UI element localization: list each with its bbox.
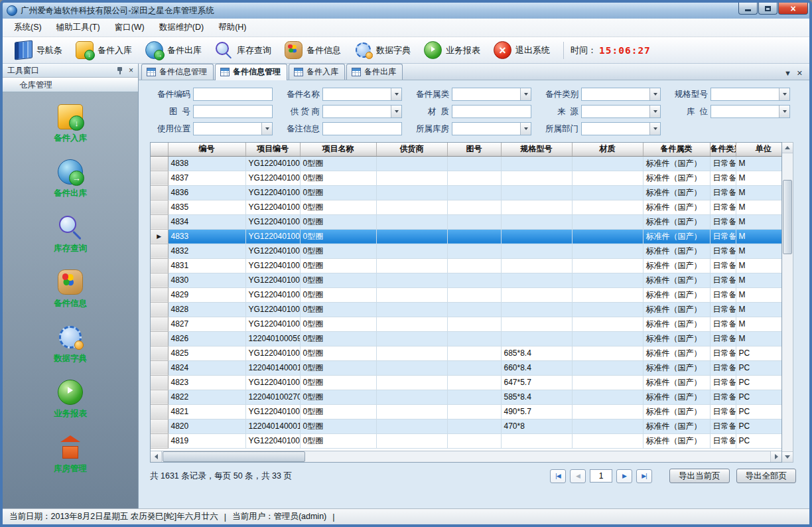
export-all-pages-button[interactable]: 导出全部页 [736,469,797,483]
field-control[interactable] [581,105,661,118]
column-header[interactable]: 项目编号 [245,143,300,156]
table-row[interactable]: 482412204014000120型圈660*8.4标准件（国产）日常备件PC [151,360,782,375]
tab[interactable]: 备件信息管理 [141,64,214,80]
chevron-down-icon[interactable] [391,106,401,117]
chevron-down-icon[interactable] [391,88,401,100]
field-control[interactable] [452,88,531,101]
column-header[interactable]: 材质 [572,143,643,156]
table-row[interactable]: 4834YG122040100890型圈标准件（国产）日常备件M [151,214,782,229]
field-control[interactable] [710,105,790,118]
table-row[interactable]: 4827YG122040100820型圈标准件（国产）日常备件M [151,317,782,331]
table-row[interactable]: 4837YG122040100920型圈标准件（国产）日常备件M [151,171,782,185]
tab[interactable]: 备件信息管理 [215,64,287,80]
sidebar-item[interactable]: 备件入库 [54,104,87,144]
field-control[interactable] [322,88,402,101]
tab[interactable]: 备件入库 [289,64,345,80]
column-header[interactable]: 编号 [168,143,245,156]
column-header[interactable]: 备件类别 [710,143,736,156]
table-row[interactable]: 4832YG122040100870型圈标准件（国产）日常备件M [151,244,782,258]
field-control[interactable] [710,88,790,101]
table-row[interactable]: 4823YG122040100800型圈647*5.7标准件（国产）日常备件PC [151,375,782,390]
table-row[interactable]: 4829YG122040100840型圈标准件（国产）日常备件M [151,287,782,302]
next-page-button[interactable]: ▶ [616,469,632,483]
tab-close-icon[interactable]: ✕ [797,70,803,77]
table-row[interactable]: 4838YG122040100930型圈标准件（国产）日常备件M [151,156,782,171]
minimize-button[interactable] [738,3,758,15]
chevron-down-icon[interactable] [520,88,531,100]
table-row[interactable]: 4831YG122040100860型圈标准件（国产）日常备件M [151,258,782,273]
table-row[interactable]: ▶4833YG122040100880型圈标准件（国产）日常备件M [151,229,782,244]
chevron-down-icon[interactable] [520,123,531,135]
chevron-down-icon[interactable] [649,106,660,117]
column-header[interactable]: 备件属类 [643,143,710,156]
scroll-right-icon[interactable] [770,451,781,462]
pin-icon[interactable] [116,66,123,75]
menu-item[interactable]: 辅助工具(T) [49,19,107,36]
field-control[interactable] [193,122,273,135]
prev-page-button[interactable]: ◀ [570,469,586,483]
toolbar-button[interactable]: 导航条 [8,39,69,62]
field-control[interactable] [581,88,661,101]
chevron-down-icon[interactable] [261,123,272,135]
vertical-scrollbar[interactable] [782,142,793,463]
sidebar-item[interactable]: 库存查询 [54,214,87,254]
column-header[interactable]: 供货商 [376,143,447,156]
sidebar-item[interactable]: 备件信息 [54,269,87,309]
chevron-down-icon[interactable] [779,88,789,100]
toolbar-button[interactable]: 备件入库 [69,39,139,62]
menu-item[interactable]: 帮助(H) [211,19,253,36]
table-row[interactable]: 4835YG122040100900型圈标准件（国产）日常备件M [151,200,782,214]
field-control[interactable] [581,122,661,135]
table-row[interactable]: 4825YG122040100810型圈685*8.4标准件（国产）日常备件PC [151,346,782,360]
sidebar-group-header[interactable]: 仓库管理 [3,78,138,92]
toolbar-button[interactable]: 库存查询 [208,39,278,62]
table-row[interactable]: 4836YG122040100910型圈标准件（国产）日常备件M [151,185,782,200]
toolbar-button[interactable]: 备件出库 [139,39,208,62]
chevron-down-icon[interactable] [649,88,660,100]
horizontal-scrollbar[interactable] [151,451,781,462]
column-header[interactable]: 单位 [736,143,782,156]
menu-item[interactable]: 窗口(W) [107,19,152,36]
table-row[interactable]: 4830YG122040100850型圈标准件（国产）日常备件M [151,273,782,287]
sidebar-item[interactable]: 库房管理 [54,435,87,475]
field-control[interactable] [322,105,402,118]
chevron-down-icon[interactable] [649,123,660,135]
first-page-button[interactable]: |◀ [550,469,566,483]
sidebar-item[interactable]: 业务报表 [54,380,87,419]
horizontal-scroll-thumb[interactable] [163,451,305,462]
page-number-input[interactable] [590,469,612,483]
field-control[interactable] [452,105,531,118]
close-button[interactable]: × [778,3,808,15]
field-control[interactable] [452,122,531,135]
field-control[interactable] [193,88,273,101]
toolbar-button[interactable]: 业务报表 [417,39,487,62]
toolbar-button[interactable]: 数据字典 [348,39,417,62]
column-header[interactable]: 项目名称 [300,143,376,156]
toolbar-button[interactable]: 备件信息 [278,39,348,62]
table-row[interactable]: 482212204010027000型圈585*8.4标准件（国产）日常备件PC [151,390,782,404]
scroll-down-icon[interactable] [782,451,793,462]
chevron-down-icon[interactable] [779,106,789,117]
menu-item[interactable]: 数据维护(D) [152,19,211,36]
table-row[interactable]: 482612204010005990型圈标准件（国产）日常备件M [151,331,782,346]
table-row[interactable]: 4821YG122040100790型圈490*5.7标准件（国产）日常备件PC [151,404,782,419]
menu-item[interactable]: 系统(S) [7,19,49,36]
sidebar-item[interactable]: 备件出库 [54,159,87,199]
table-row[interactable]: 4819YG122040100780型圈标准件（国产）日常备件PC [151,433,782,448]
scroll-left-icon[interactable] [151,451,162,462]
maximize-button[interactable] [758,3,778,15]
column-header[interactable]: 规格型号 [501,143,572,156]
toolbar-button[interactable]: 退出系统 [487,39,557,62]
tab-list-dropdown-icon[interactable]: ▼ [784,70,791,77]
table-row[interactable]: 4828YG122040100830型圈标准件（国产）日常备件M [151,302,782,317]
sidebar-item[interactable]: 数据字典 [54,325,87,364]
tool-window-close-icon[interactable]: × [129,66,133,74]
tab[interactable]: 备件出库 [346,64,403,80]
field-control[interactable] [322,122,402,135]
field-control[interactable] [193,105,273,118]
export-current-page-button[interactable]: 导出当前页 [669,469,730,483]
table-row[interactable]: 482012204014000130型圈470*8标准件（国产）日常备件PC [151,419,782,433]
vertical-scroll-thumb[interactable] [783,180,792,254]
last-page-button[interactable]: ▶| [636,469,652,483]
scroll-up-icon[interactable] [782,143,793,153]
